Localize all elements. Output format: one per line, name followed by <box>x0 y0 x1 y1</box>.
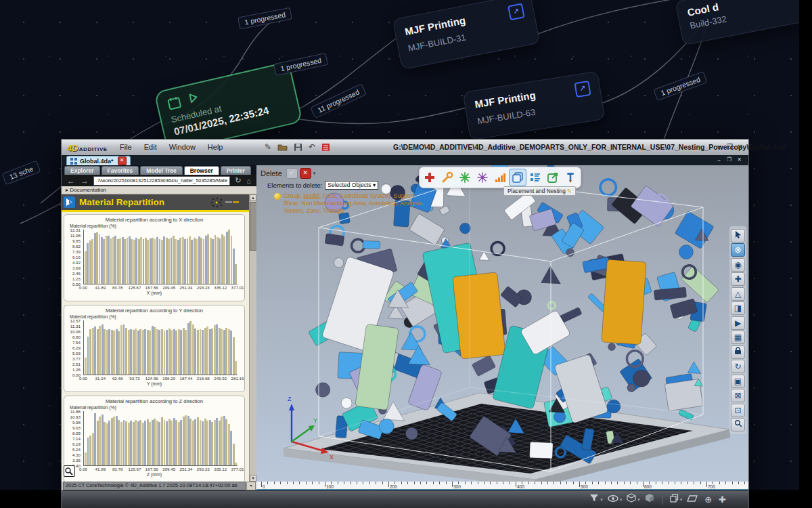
part-shape[interactable] <box>608 343 616 351</box>
filter-icon[interactable] <box>589 493 599 506</box>
play-icon[interactable] <box>186 91 201 106</box>
viewport-3d[interactable]: Z Y X Delete ✓ ✕ ▾ Elements to delete: S… <box>256 165 748 482</box>
minimize-button[interactable]: – <box>715 143 725 150</box>
tab-model-tree[interactable]: Model Tree <box>140 166 182 175</box>
part-shape[interactable] <box>479 251 489 260</box>
center-target-icon[interactable]: ⊕ <box>704 494 712 506</box>
part-shape[interactable] <box>633 370 650 387</box>
menu-window[interactable]: Window <box>169 143 196 151</box>
tab-close-icon[interactable]: ✕ <box>118 156 127 165</box>
tab-explorer[interactable]: Explorer <box>64 166 100 175</box>
part-shape[interactable] <box>530 442 554 458</box>
part-shape[interactable] <box>654 287 686 300</box>
capture-view-icon[interactable]: ⊡ <box>731 404 745 417</box>
visibility-caret-icon[interactable]: ▾ <box>620 497 623 503</box>
open-folder-icon[interactable] <box>277 143 288 151</box>
repair-tool-icon[interactable] <box>421 169 438 186</box>
build-list-tool-icon[interactable] <box>526 169 544 186</box>
cancel-delete-button[interactable]: ✕ <box>300 168 311 179</box>
filter-caret-icon[interactable]: ▾ <box>600 497 603 503</box>
part-shape[interactable] <box>334 258 343 268</box>
refresh-icon[interactable]: ↻ <box>235 176 241 185</box>
elements-select[interactable]: Selected Objects ▾ <box>325 181 378 190</box>
machine-tool-icon[interactable] <box>562 169 579 186</box>
scroll-up-icon[interactable]: ▲ <box>250 194 256 201</box>
lock-selection-icon[interactable] <box>731 345 745 359</box>
child-minimize-button[interactable]: – <box>714 156 724 163</box>
zoom-magnifier-button[interactable] <box>64 465 75 477</box>
title-bar[interactable]: 4DADDITIVE File Edit Window Help ✎ ↶ <box>62 140 748 156</box>
tab-favorites[interactable]: Favorites <box>102 166 139 175</box>
part-shape[interactable] <box>453 272 505 359</box>
render-mode-cube-icon[interactable] <box>627 493 636 506</box>
library-icon[interactable] <box>321 143 330 152</box>
part-shape[interactable] <box>602 259 646 345</box>
part-shape[interactable] <box>600 179 616 195</box>
undo-icon[interactable]: ↶ <box>309 142 315 152</box>
tab-printer[interactable]: Printer <box>221 166 251 175</box>
part-shape[interactable] <box>405 427 418 440</box>
url-input[interactable] <box>93 176 230 186</box>
part-shape[interactable] <box>325 234 344 247</box>
page-scrollbar[interactable]: ▲ ▼ <box>249 194 256 482</box>
select-box-play-icon[interactable]: ▶ <box>731 316 745 330</box>
part-shape[interactable] <box>341 398 352 408</box>
documentation-row[interactable]: ▸ Documentation <box>62 186 256 194</box>
back-arrow-icon[interactable]: ← <box>67 176 75 186</box>
select-box-in-icon[interactable]: ◨ <box>731 301 745 315</box>
pencil-icon[interactable]: ✎ <box>265 142 271 152</box>
close-button[interactable]: ✕ <box>735 143 745 150</box>
select-cursor-icon[interactable] <box>731 229 745 242</box>
pan-move-icon[interactable]: ✚ <box>719 494 726 506</box>
visibility-eye-icon[interactable] <box>608 494 618 506</box>
confirm-delete-button[interactable]: ✓ <box>286 168 298 179</box>
menu-file[interactable]: File <box>120 143 132 151</box>
select-grid-icon[interactable]: ▦ <box>731 331 745 344</box>
export-tool-icon[interactable] <box>544 169 562 186</box>
copy-view-caret-icon[interactable]: ▾ <box>680 497 683 503</box>
zoom-area-icon[interactable] <box>731 418 745 431</box>
clip-plane-icon[interactable] <box>687 494 698 506</box>
part-shape[interactable] <box>315 383 330 397</box>
move-tool-icon[interactable]: ✚ <box>731 272 745 286</box>
render-mode-caret-icon[interactable]: ▾ <box>637 497 640 503</box>
part-shape[interactable] <box>627 384 635 392</box>
supports-tool-icon[interactable] <box>456 169 474 186</box>
document-tab-global4da[interactable]: Global.4da* ✕ <box>66 156 131 165</box>
analysis-tool-icon[interactable] <box>491 169 509 186</box>
part-shape[interactable] <box>409 213 445 245</box>
part-shape[interactable] <box>472 355 496 376</box>
menu-help[interactable]: Help <box>208 143 223 151</box>
tab-browser[interactable]: Browser <box>184 166 219 175</box>
part-shape[interactable] <box>352 239 365 252</box>
delete-selection-icon[interactable]: ⊠ <box>731 389 745 402</box>
part-shape[interactable] <box>459 223 470 234</box>
external-link-icon[interactable]: ↗ <box>574 81 591 98</box>
part-shape[interactable] <box>675 211 714 249</box>
scroll-down-icon[interactable]: ▼ <box>250 475 256 482</box>
delete-options-caret-icon[interactable]: ▾ <box>313 171 316 176</box>
save-icon[interactable] <box>294 143 302 152</box>
placement-nesting-tool-icon[interactable] <box>509 169 526 186</box>
part-shape[interactable] <box>363 240 380 249</box>
part-shape[interactable] <box>548 302 555 309</box>
lattice-tool-icon[interactable] <box>474 169 491 186</box>
part-shape[interactable] <box>679 245 694 259</box>
part-shape[interactable] <box>379 419 394 433</box>
restore-button[interactable]: ❐ <box>725 143 735 150</box>
select-triangles-icon[interactable]: △ <box>731 287 745 301</box>
forward-arrow-icon[interactable]: → <box>81 176 89 186</box>
wrench-tool-icon[interactable] <box>438 169 456 186</box>
rotate-view-icon[interactable]: ↻ <box>731 360 745 373</box>
part-shape[interactable] <box>687 362 701 373</box>
part-shape[interactable] <box>607 400 621 413</box>
copy-view-icon[interactable] <box>670 494 679 506</box>
part-shape[interactable] <box>501 286 523 308</box>
home-icon[interactable]: ⌂ <box>246 177 251 185</box>
focus-selection-icon[interactable]: ▣ <box>731 375 745 388</box>
deselect-all-icon[interactable]: ⊗ <box>731 243 745 257</box>
menu-edit[interactable]: Edit <box>144 143 157 151</box>
child-close-button[interactable]: ✕ <box>734 156 744 163</box>
status-caret-icon[interactable]: ▾ <box>246 482 256 490</box>
part-shape[interactable] <box>681 266 719 303</box>
